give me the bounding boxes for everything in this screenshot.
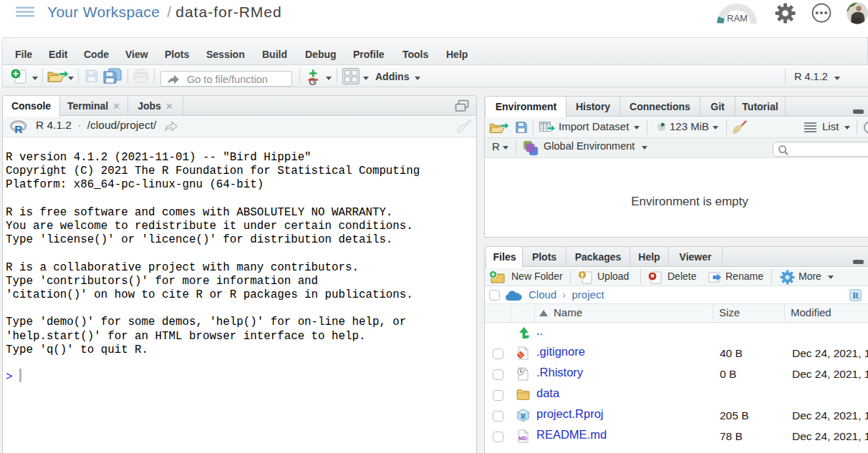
svg-text:RAM: RAM <box>727 13 748 24</box>
svg-text:R: R <box>14 123 22 135</box>
svg-text:R: R <box>521 412 526 420</box>
svg-text:R: R <box>853 291 859 301</box>
svg-text:MD: MD <box>519 435 527 442</box>
svg-text:G: G <box>309 76 317 86</box>
